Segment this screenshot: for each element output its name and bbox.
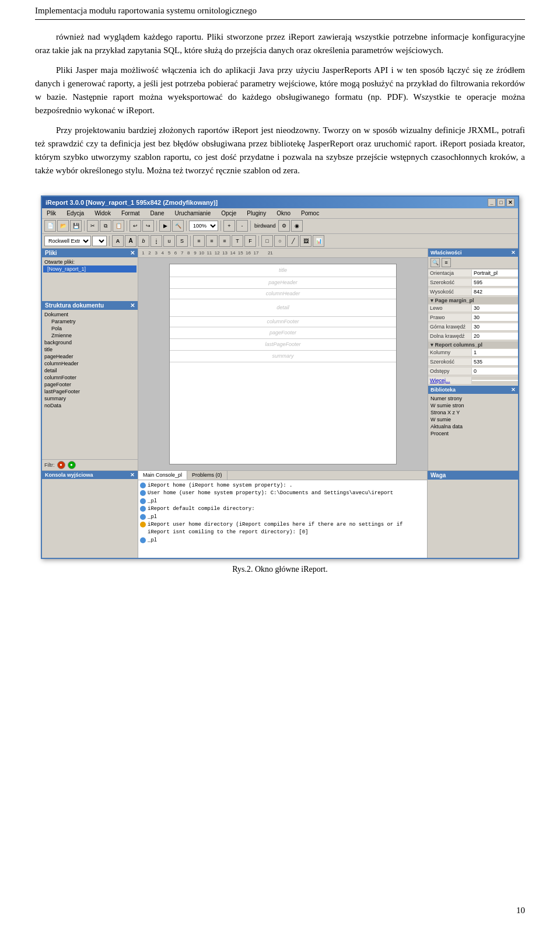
tb-run[interactable]: ▶ bbox=[159, 220, 171, 232]
bib-w-sumie-stron[interactable]: W sumie stron bbox=[429, 402, 517, 409]
menu-okno[interactable]: Okno bbox=[274, 209, 293, 217]
tb-chart[interactable]: 📊 bbox=[313, 235, 324, 247]
font-size-select[interactable]: 14 bbox=[92, 236, 107, 246]
menu-widok[interactable]: Widok bbox=[92, 209, 113, 217]
info-icon-4 bbox=[140, 506, 146, 512]
struct-summary[interactable]: summary bbox=[43, 395, 136, 402]
paragraph-3: Przy projektowaniu bardziej złożonych ra… bbox=[35, 124, 525, 178]
figure-container: iReport 3.0.0 [Nowy_raport_1 595x842 (Zm… bbox=[35, 195, 525, 586]
menu-format[interactable]: Format bbox=[119, 209, 142, 217]
menu-pomoc[interactable]: Pomoc bbox=[299, 209, 321, 217]
menu-pluginy[interactable]: Pluginy bbox=[244, 209, 268, 217]
prop-page-margin[interactable]: ▾ Page margin_pl bbox=[428, 297, 518, 304]
struct-columnfooter[interactable]: columnFooter bbox=[43, 374, 136, 381]
filter-bar: Filtr: ● ● bbox=[42, 459, 138, 470]
struct-parametry[interactable]: Parametry bbox=[43, 318, 136, 325]
bib-aktualna-data[interactable]: Aktualna data bbox=[429, 423, 517, 430]
filter-btn-green[interactable]: ● bbox=[68, 461, 76, 469]
tb-paste[interactable]: 📋 bbox=[113, 220, 124, 232]
tb-undo[interactable]: ↩ bbox=[130, 220, 141, 232]
menu-uruchamianie[interactable]: Uruchamianie bbox=[173, 209, 214, 217]
zoom-select[interactable]: 100% 75% 150% bbox=[189, 221, 218, 231]
prop-orientacja: Orientacja Portrait_pl bbox=[428, 269, 518, 278]
console-line-4: iReport default compile directory: bbox=[140, 505, 425, 513]
bib-strona-x-z-y[interactable]: Strona X z Y bbox=[429, 409, 517, 416]
menu-opcje[interactable]: Opcje bbox=[219, 209, 239, 217]
tb-sep5 bbox=[220, 221, 221, 231]
tb-strikethrough[interactable]: u bbox=[163, 235, 175, 247]
tb-underline[interactable]: i bbox=[150, 235, 162, 247]
tb-shape2[interactable]: ○ bbox=[274, 235, 286, 247]
struct-pola[interactable]: Pola bbox=[43, 325, 136, 332]
band-page-footer: pageFooter bbox=[170, 327, 396, 339]
window-title: iReport 3.0.0 [Nowy_raport_1 595x842 (Zm… bbox=[46, 199, 218, 206]
struct-lastpagefooter[interactable]: lastPageFooter bbox=[43, 388, 136, 395]
tb-bold2[interactable]: A bbox=[125, 235, 136, 247]
console-tabs: Main Console_pl Problems (0) bbox=[138, 471, 427, 480]
tb-align-justify[interactable]: ≡ bbox=[219, 235, 230, 247]
struct-title[interactable]: title bbox=[43, 346, 136, 353]
tb-align-right[interactable]: ≡ bbox=[206, 235, 218, 247]
tb-build[interactable]: 🔨 bbox=[172, 220, 184, 232]
bib-w-sumie[interactable]: W sumie bbox=[429, 416, 517, 423]
tb-redo[interactable]: ↪ bbox=[142, 220, 154, 232]
band-detail: detail bbox=[170, 299, 396, 317]
tb-align-center[interactable]: ≡ bbox=[193, 235, 205, 247]
tb-save[interactable]: 💾 bbox=[70, 220, 82, 232]
minimize-button[interactable]: _ bbox=[488, 198, 496, 207]
tb-sep4 bbox=[186, 221, 187, 231]
menu-plik[interactable]: Plik bbox=[44, 209, 58, 217]
canvas-inner: title pageHeader columnHeader detail col bbox=[138, 258, 428, 470]
tb-extra1[interactable]: ⚙ bbox=[278, 220, 290, 232]
tb-open[interactable]: 📂 bbox=[57, 220, 69, 232]
struct-background[interactable]: background bbox=[43, 339, 136, 346]
menu-edycja[interactable]: Edycja bbox=[64, 209, 86, 217]
tb-italic[interactable]: b bbox=[138, 235, 149, 247]
maximize-button[interactable]: □ bbox=[497, 198, 505, 207]
tb-new[interactable]: 📄 bbox=[44, 220, 56, 232]
prop-icon2[interactable]: ≡ bbox=[442, 258, 451, 267]
tb-copy[interactable]: ⧉ bbox=[100, 220, 111, 232]
prop-report-columns[interactable]: ▾ Report columns_pl bbox=[428, 341, 518, 348]
font-select[interactable]: Rockwell Extra Bold bbox=[44, 236, 91, 246]
band-summary: summary bbox=[170, 351, 396, 362]
struct-dokument[interactable]: Dokument bbox=[43, 311, 136, 318]
struct-columnheader[interactable]: columnHeader bbox=[43, 360, 136, 367]
struct-detail[interactable]: detail bbox=[43, 367, 136, 374]
tb-cut[interactable]: ✂ bbox=[87, 220, 99, 232]
bib-procent[interactable]: Procent bbox=[429, 430, 517, 437]
tab-problems[interactable]: Problems (0) bbox=[187, 471, 228, 480]
canvas-area: 1 2 3 4 5 6 7 8 9 10 11 12 13 14 15 16 1… bbox=[138, 249, 428, 470]
window-title-bar: iReport 3.0.0 [Nowy_raport_1 595x842 (Zm… bbox=[42, 197, 518, 208]
toolbar-row2: Rockwell Extra Bold 14 A A b i u S ≡ ≡ ≡… bbox=[42, 234, 518, 249]
close-button[interactable]: ✕ bbox=[506, 198, 514, 207]
struct-zmienne[interactable]: Zmienne bbox=[43, 332, 136, 339]
prop-icons-row: 🔍 ≡ bbox=[428, 257, 518, 269]
prop-lewo: Lewo 30 bbox=[428, 304, 518, 313]
report-canvas[interactable]: title pageHeader columnHeader detail col bbox=[169, 264, 397, 464]
struct-pagefooter[interactable]: pageFooter bbox=[43, 381, 136, 388]
console-line-6: iReport user home directory (iReport com… bbox=[140, 521, 425, 536]
menu-dane[interactable]: Dane bbox=[148, 209, 167, 217]
biblioteca-content: Numer strony W sumie stron Strona X z Y … bbox=[428, 394, 518, 438]
prop-wiecej[interactable]: Więcej... bbox=[428, 376, 518, 386]
prop-icon1[interactable]: 🔍 bbox=[430, 258, 440, 267]
tb-sep7 bbox=[109, 236, 110, 246]
tb-bold[interactable]: A bbox=[112, 235, 124, 247]
tab-main-console[interactable]: Main Console_pl bbox=[138, 471, 187, 480]
tb-extra2[interactable]: ◉ bbox=[291, 220, 303, 232]
tree-file-item[interactable]: [Nowy_raport_1] bbox=[43, 265, 136, 272]
tb-shape3[interactable]: ╱ bbox=[287, 235, 299, 247]
bib-numer-strony[interactable]: Numer strony bbox=[429, 395, 517, 402]
tb-zoom-in[interactable]: + bbox=[223, 220, 235, 232]
tb-image[interactable]: 🖼 bbox=[300, 235, 312, 247]
prop-odstepu: Odstępy 0 bbox=[428, 367, 518, 376]
tb-align-left[interactable]: S bbox=[176, 235, 188, 247]
tb-format1[interactable]: T bbox=[232, 235, 243, 247]
struct-nodata[interactable]: noData bbox=[43, 402, 136, 409]
tb-format2[interactable]: F bbox=[244, 235, 256, 247]
struct-pageheader[interactable]: pageHeader bbox=[43, 353, 136, 360]
filter-btn-red[interactable]: ● bbox=[57, 461, 65, 469]
tb-zoom-out[interactable]: - bbox=[236, 220, 248, 232]
tb-shape1[interactable]: □ bbox=[261, 235, 273, 247]
